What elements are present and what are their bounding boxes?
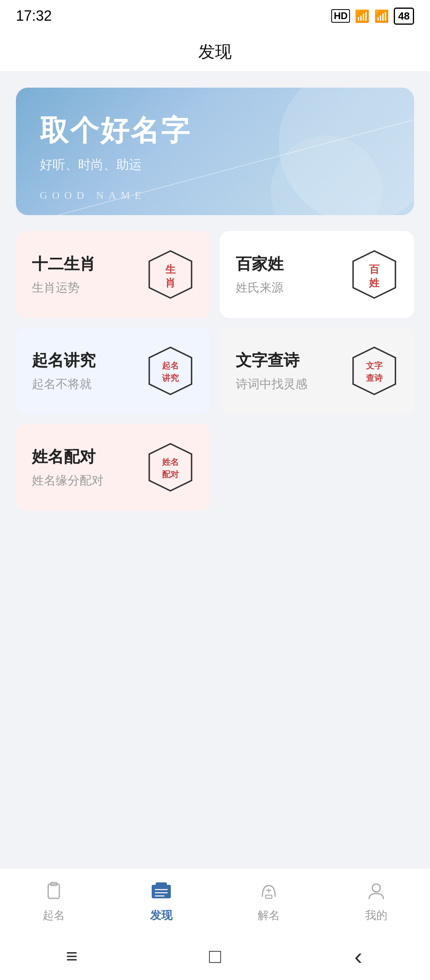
- battery-icon: 48: [394, 8, 414, 25]
- card-surnames-title: 百家姓: [236, 253, 283, 275]
- banner-main-title: 取个好名字: [40, 112, 191, 150]
- svg-point-25: [372, 884, 380, 892]
- card-zodiac[interactable]: 十二生肖 生肖运势 生 肖: [16, 231, 210, 318]
- svg-marker-9: [353, 347, 395, 394]
- svg-text:文字: 文字: [366, 361, 383, 370]
- card-matching-seal: 姓名 配对: [147, 441, 194, 493]
- banner-subtitle: 好听、时尚、助运: [40, 156, 191, 174]
- card-naming-seal: 起名 讲究: [147, 345, 194, 397]
- svg-marker-12: [149, 444, 192, 491]
- nav-label-naming: 起名: [43, 908, 65, 923]
- nav-label-discover: 发现: [150, 908, 172, 923]
- card-surnames-text: 百家姓 姓氏来源: [236, 253, 283, 296]
- nav-item-naming[interactable]: 起名: [14, 878, 94, 923]
- card-zodiac-text: 十二生肖 生肖运势: [32, 253, 96, 296]
- svg-text:生: 生: [165, 264, 176, 275]
- card-matching[interactable]: 姓名配对 姓名缘分配对 姓名 配对: [16, 424, 210, 511]
- card-naming-title: 起名讲究: [32, 349, 96, 371]
- nav-label-decode: 解名: [258, 908, 280, 923]
- svg-text:肖: 肖: [165, 277, 176, 289]
- card-poetry-subtitle: 诗词中找灵感: [236, 376, 307, 392]
- cards-grid: 十二生肖 生肖运势 生 肖 百家姓 姓氏来源 百 姓: [16, 231, 414, 511]
- card-poetry-title: 文字查诗: [236, 349, 307, 371]
- svg-text:起名: 起名: [162, 361, 179, 370]
- svg-rect-22: [266, 895, 272, 898]
- card-surnames[interactable]: 百家姓 姓氏来源 百 姓: [220, 231, 414, 318]
- bottom-nav: 起名 发现 解名: [0, 868, 430, 932]
- card-matching-title: 姓名配对: [32, 446, 104, 468]
- app-header: 发现: [0, 32, 430, 72]
- banner-text-area: 取个好名字 好听、时尚、助运 GOOD NAME: [40, 112, 191, 202]
- svg-text:姓: 姓: [369, 277, 380, 289]
- svg-marker-6: [149, 347, 192, 394]
- status-icons: HD 📶 📶 48: [331, 8, 414, 25]
- banner-card[interactable]: 取个好名字 好听、时尚、助运 GOOD NAME: [16, 88, 414, 215]
- system-nav-home[interactable]: □: [199, 945, 231, 968]
- system-nav-menu[interactable]: ≡: [56, 945, 88, 968]
- card-surnames-seal: 百 姓: [350, 249, 398, 300]
- system-nav-bar: ≡ □ ‹: [0, 932, 430, 980]
- spacer: [16, 511, 414, 710]
- card-naming-text: 起名讲究 起名不将就: [32, 349, 96, 392]
- status-bar: 17:32 HD 📶 📶 48: [0, 0, 430, 32]
- card-naming[interactable]: 起名讲究 起名不将就 起名 讲究: [16, 327, 210, 414]
- svg-text:配对: 配对: [162, 470, 179, 479]
- nav-item-decode[interactable]: 解名: [229, 878, 309, 923]
- system-nav-back[interactable]: ‹: [342, 943, 374, 970]
- svg-rect-15: [48, 884, 59, 898]
- main-content: 取个好名字 好听、时尚、助运 GOOD NAME 十二生肖 生肖运势 生 肖: [0, 72, 430, 710]
- card-surnames-subtitle: 姓氏来源: [236, 280, 283, 296]
- nav-item-mine[interactable]: 我的: [336, 878, 416, 923]
- card-zodiac-subtitle: 生肖运势: [32, 280, 96, 296]
- svg-text:查诗: 查诗: [366, 373, 383, 383]
- nav-icon-discover: [149, 878, 174, 904]
- card-matching-subtitle: 姓名缘分配对: [32, 472, 104, 489]
- nav-icon-decode: [256, 878, 281, 904]
- nav-item-discover[interactable]: 发现: [121, 878, 201, 923]
- card-poetry-seal: 文字 查诗: [350, 345, 398, 397]
- nav-icon-naming: [41, 878, 66, 904]
- svg-text:讲究: 讲究: [162, 373, 179, 383]
- status-time: 17:32: [16, 8, 52, 24]
- card-zodiac-seal: 生 肖: [147, 249, 194, 300]
- card-poetry[interactable]: 文字查诗 诗词中找灵感 文字 查诗: [220, 327, 414, 414]
- svg-text:百: 百: [369, 264, 380, 275]
- card-zodiac-title: 十二生肖: [32, 253, 96, 275]
- card-naming-subtitle: 起名不将就: [32, 376, 96, 392]
- banner-english: GOOD NAME: [40, 190, 191, 202]
- signal-icon-1: 📶: [355, 9, 369, 23]
- nav-label-mine: 我的: [365, 908, 387, 923]
- svg-rect-18: [156, 882, 167, 887]
- hd-icon: HD: [331, 9, 350, 23]
- card-poetry-text: 文字查诗 诗词中找灵感: [236, 349, 307, 392]
- card-matching-text: 姓名配对 姓名缘分配对: [32, 446, 104, 489]
- page-title: 发现: [198, 41, 232, 63]
- wifi-icon: 📶: [374, 9, 389, 23]
- nav-icon-mine: [364, 878, 389, 904]
- svg-text:姓名: 姓名: [162, 457, 179, 467]
